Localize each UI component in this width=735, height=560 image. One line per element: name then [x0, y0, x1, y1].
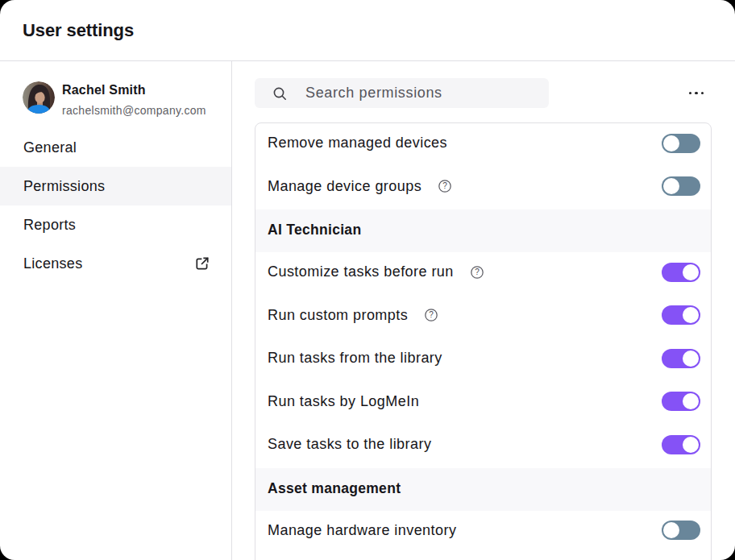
permission-row: Manage device groups?: [255, 167, 711, 210]
permission-row: Customize tasks before run?: [255, 252, 711, 296]
help-icon[interactable]: ?: [471, 266, 484, 279]
toggle-knob: [683, 264, 699, 280]
section-header: Asset management: [255, 468, 711, 511]
toggle-switch[interactable]: [662, 263, 700, 282]
permission-label: Run custom prompts: [268, 307, 408, 324]
search-input[interactable]: [305, 85, 539, 102]
svg-text:?: ?: [429, 311, 434, 320]
toggle-switch[interactable]: [662, 134, 700, 153]
permission-label: Run tasks by LogMeIn: [268, 393, 419, 410]
more-options-button[interactable]: [681, 87, 712, 99]
toggle-knob: [683, 351, 699, 367]
user-profile: Rachel Smith rachelsmith@company.com: [23, 81, 215, 117]
permission-row: Save tasks to the library: [255, 425, 711, 468]
toggle-switch[interactable]: [662, 521, 700, 540]
permission-row: Run tasks by LogMeIn: [255, 382, 711, 425]
permission-label: Remove managed devices: [268, 135, 447, 151]
sidebar-item-licenses[interactable]: Licenses: [0, 244, 231, 283]
section-title: Asset management: [268, 480, 401, 497]
toggle-knob: [683, 393, 699, 409]
search-icon: [272, 86, 287, 101]
section-header: AI Technician: [255, 209, 711, 252]
permission-label: Save tasks to the library: [268, 436, 431, 453]
help-icon[interactable]: ?: [425, 309, 438, 321]
sidebar-item-reports[interactable]: Reports: [0, 205, 231, 244]
toggle-switch[interactable]: [662, 349, 700, 368]
help-icon[interactable]: ?: [438, 180, 451, 193]
sidebar-nav: GeneralPermissionsReportsLicenses: [0, 128, 231, 283]
toggle-knob: [683, 437, 699, 453]
permission-label: Customize tasks before run: [268, 263, 454, 280]
permission-row: Remove managed devices: [255, 123, 711, 167]
permission-row: Manage hardware inventory: [255, 511, 711, 554]
sidebar-item-label: Reports: [23, 217, 210, 234]
svg-text:?: ?: [475, 268, 480, 276]
toggle-knob: [663, 135, 679, 151]
avatar: [23, 81, 55, 114]
toggle-knob: [663, 522, 679, 538]
permission-row: Run custom prompts?: [255, 296, 711, 339]
sidebar: Rachel Smith rachelsmith@company.com Gen…: [0, 61, 232, 560]
section-title: AI Technician: [268, 222, 361, 239]
toggle-knob: [683, 307, 699, 323]
user-settings-dialog: User settings: [0, 0, 735, 560]
permission-label: Run tasks from the library: [268, 350, 442, 367]
user-email: rachelsmith@company.com: [62, 104, 206, 117]
toggle-switch[interactable]: [662, 176, 700, 196]
search-box[interactable]: [255, 78, 549, 108]
toggle-knob: [663, 178, 679, 194]
sidebar-item-label: Licenses: [23, 255, 195, 272]
permission-row: Run tasks from the library: [255, 338, 711, 382]
sidebar-item-permissions[interactable]: Permissions: [0, 167, 231, 205]
sidebar-item-general[interactable]: General: [0, 128, 231, 167]
permission-label: Manage device groups: [268, 178, 421, 195]
main-panel: Remove managed devicesManage device grou…: [232, 61, 735, 560]
permission-label: Manage hardware inventory: [268, 522, 456, 539]
dialog-header: User settings: [0, 0, 735, 61]
permissions-card: Remove managed devicesManage device grou…: [255, 122, 712, 560]
external-link-icon: [195, 256, 210, 271]
sidebar-item-label: Permissions: [23, 178, 210, 195]
toggle-switch[interactable]: [662, 392, 700, 411]
toolbar: [255, 78, 712, 108]
svg-text:?: ?: [442, 182, 447, 191]
toggle-switch[interactable]: [662, 305, 700, 325]
toggle-switch[interactable]: [662, 435, 700, 454]
user-name: Rachel Smith: [62, 83, 206, 97]
sidebar-item-label: General: [23, 139, 210, 156]
page-title: User settings: [23, 20, 134, 41]
